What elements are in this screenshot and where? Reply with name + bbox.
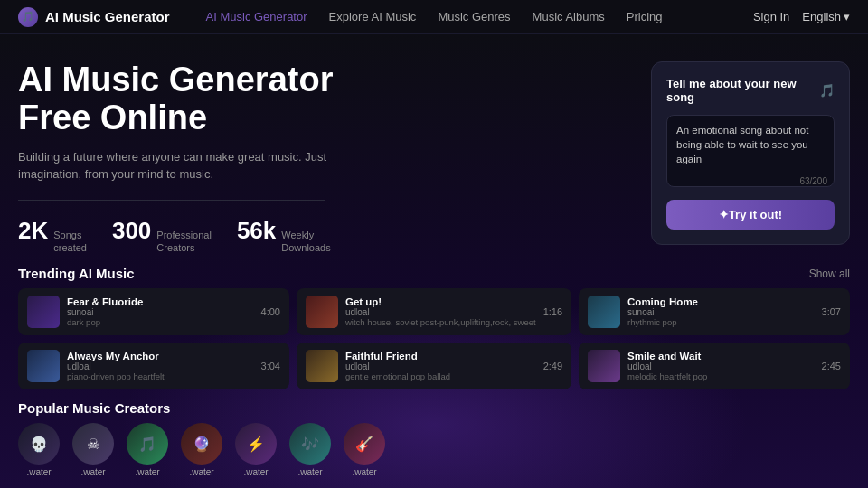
- logo[interactable]: 🎵 AI Music Generator: [18, 7, 170, 27]
- textarea-wrapper: 63/200: [666, 115, 835, 191]
- stats-row: 2K Songs created 300 Professional Creato…: [18, 217, 633, 255]
- creator-0[interactable]: 💀 .water: [18, 423, 60, 477]
- track-card-5[interactable]: Smile and Wait udloal melodic heartfelt …: [579, 343, 850, 389]
- try-it-button[interactable]: ✦Try it out!: [666, 200, 835, 230]
- creators-row: 💀 .water ☠ .water 🎵 .water 🔮 .water ⚡: [18, 423, 850, 477]
- creator-avatar-2: 🎵: [127, 423, 168, 465]
- track-thumb-0: [27, 296, 60, 328]
- creator-avatar-5: 🎶: [289, 423, 331, 465]
- language-selector[interactable]: English ▾: [802, 10, 850, 23]
- track-info-0: Fear & Fluoride sunoai dark pop: [67, 296, 254, 327]
- creator-4[interactable]: ⚡ .water: [235, 423, 277, 477]
- creator-avatar-4: ⚡: [235, 423, 277, 465]
- creator-3[interactable]: 🔮 .water: [181, 423, 222, 477]
- sign-in-button[interactable]: Sign In: [753, 10, 789, 23]
- nav-link-explore[interactable]: Explore AI Music: [329, 10, 417, 23]
- show-all-button[interactable]: Show all: [809, 267, 850, 280]
- logo-icon: 🎵: [18, 7, 38, 27]
- chevron-down-icon: ▾: [844, 10, 850, 23]
- creators-title: Popular Music Creators: [18, 400, 850, 416]
- nav-links: AI Music Generator Explore AI Music Musi…: [206, 10, 753, 23]
- creator-6[interactable]: 🎸 .water: [344, 423, 385, 477]
- hero-title: AI Music Generator Free Online: [18, 61, 633, 137]
- bottom-section: Trending AI Music Show all Fear & Fluori…: [0, 266, 868, 488]
- track-thumb-1: [306, 296, 338, 328]
- track-info-5: Smile and Wait udloal melodic heartfelt …: [627, 351, 815, 381]
- card-title: Tell me about your new song 🎵: [666, 77, 835, 104]
- stat-creators: 300 Professional Creators: [112, 217, 212, 255]
- char-counter: 63/200: [799, 176, 827, 186]
- trending-title: Trending AI Music: [18, 266, 135, 281]
- stat-songs: 2K Songs created: [18, 217, 87, 255]
- track-thumb-5: [588, 350, 620, 382]
- nav-link-albums[interactable]: Music Albums: [533, 10, 605, 23]
- nav-right: Sign In English ▾: [753, 10, 850, 23]
- trending-header: Trending AI Music Show all: [18, 266, 850, 281]
- creator-5[interactable]: 🎶 .water: [289, 423, 331, 477]
- nav-link-ai-music[interactable]: AI Music Generator: [206, 10, 307, 23]
- track-info-1: Get up! udloal witch house, soviet post-…: [345, 296, 536, 327]
- trending-grid: Fear & Fluoride sunoai dark pop 4:00 Get…: [18, 288, 850, 389]
- creator-1[interactable]: ☠ .water: [72, 423, 114, 477]
- logo-text: AI Music Generator: [45, 9, 170, 24]
- hero-subtitle: Building a future where anyone can make …: [18, 148, 353, 183]
- creator-avatar-0: 💀: [18, 423, 60, 465]
- nav-link-pricing[interactable]: Pricing: [627, 10, 663, 23]
- track-card-3[interactable]: Always My Anchor udloal piano-driven pop…: [18, 343, 289, 389]
- creator-avatar-3: 🔮: [181, 423, 222, 465]
- track-card-2[interactable]: Coming Home sunoai rhythmic pop 3:07: [579, 288, 850, 335]
- divider: [18, 200, 326, 201]
- track-thumb-2: [588, 296, 620, 328]
- track-card-0[interactable]: Fear & Fluoride sunoai dark pop 4:00: [18, 288, 289, 335]
- creator-avatar-1: ☠: [72, 423, 114, 465]
- track-thumb-4: [306, 350, 338, 382]
- main-content: AI Music Generator Free Online Building …: [0, 34, 868, 488]
- card-container: Tell me about your new song 🎵 63/200 ✦Tr…: [651, 61, 850, 245]
- track-card-4[interactable]: Faithful Friend udloal gentle emotional …: [297, 343, 571, 389]
- trending-section: Trending AI Music Show all Fear & Fluori…: [18, 266, 850, 389]
- creator-avatar-6: 🎸: [344, 423, 385, 465]
- track-info-4: Faithful Friend udloal gentle emotional …: [345, 351, 536, 381]
- music-emoji: 🎵: [819, 83, 835, 98]
- track-thumb-3: [27, 350, 60, 382]
- track-card-1[interactable]: Get up! udloal witch house, soviet post-…: [297, 288, 571, 335]
- nav-link-genres[interactable]: Music Genres: [438, 10, 510, 23]
- track-info-2: Coming Home sunoai rhythmic pop: [627, 296, 815, 327]
- stat-downloads: 56k Weekly Downloads: [237, 217, 331, 255]
- creators-section: Popular Music Creators 💀 .water ☠ .water…: [18, 400, 850, 477]
- creator-2[interactable]: 🎵 .water: [127, 423, 168, 477]
- navbar: 🎵 AI Music Generator AI Music Generator …: [0, 0, 868, 34]
- track-info-3: Always My Anchor udloal piano-driven pop…: [67, 351, 254, 381]
